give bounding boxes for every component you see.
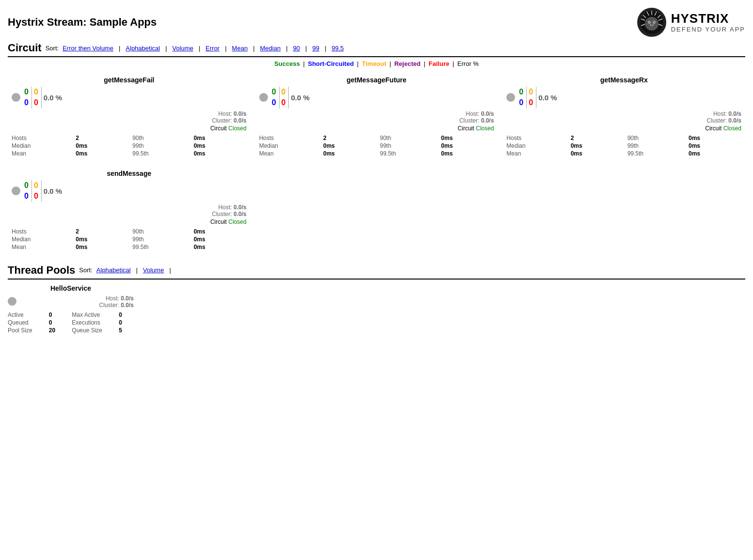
thread-pools-section-header: Thread Pools Sort: Alphabetical | Volume… bbox=[8, 264, 745, 280]
circuit-green-1: 0 bbox=[272, 87, 276, 97]
circuit-percent-0: 0.0 % bbox=[44, 93, 62, 102]
circuit-hosts-count-3: 2 bbox=[76, 228, 128, 235]
circuit-indicator-0 bbox=[12, 93, 20, 102]
circuit-name-2: getMessageRx bbox=[506, 76, 741, 84]
circuit-card-1: getMessageFuture 0 0 0 0 0.0 % Host: 0.0… bbox=[255, 72, 498, 161]
circuit-stats-2: 0 0 0 0 0.0 % bbox=[506, 87, 741, 109]
circuit-numbers-1: 0 0 0 0 0.0 % bbox=[272, 87, 310, 109]
circuit-red-1: 0 bbox=[282, 97, 286, 108]
sort-mean[interactable]: Mean bbox=[232, 45, 248, 52]
legend-success: Success bbox=[274, 60, 300, 67]
tp-max-active-0: 0 bbox=[119, 311, 134, 318]
tp-sort-volume[interactable]: Volume bbox=[143, 266, 164, 274]
circuit-red-3: 0 bbox=[34, 191, 38, 202]
circuits-row-1: getMessageFail 0 0 0 0 0.0 % Host: 0.0/s… bbox=[8, 72, 745, 161]
thread-pool-indicator-0 bbox=[8, 297, 16, 306]
circuit-card-3: sendMessage 0 0 0 0 0.0 % Host: 0.0/s Cl… bbox=[8, 166, 251, 254]
circuit-status-0: Closed bbox=[228, 125, 246, 132]
circuit-red-2: 0 bbox=[529, 97, 533, 108]
circuit-name-3: sendMessage bbox=[12, 170, 247, 177]
sort-error-volume[interactable]: Error then Volume bbox=[63, 45, 113, 52]
circuit-card-2: getMessageRx 0 0 0 0 0.0 % Host: 0.0/s C… bbox=[502, 72, 745, 161]
legend-row: Success | Short-Circuited | Timeout | Re… bbox=[8, 60, 745, 67]
circuit-p99-3: 0ms bbox=[194, 236, 247, 243]
circuit-blue-2: 0 bbox=[519, 97, 523, 108]
circuit-bottom-metrics-1: Hosts 2 90th 0ms Median 0ms 99th 0ms Mea… bbox=[259, 135, 494, 157]
circuit-median-0: 0ms bbox=[76, 142, 128, 149]
circuit-median-1: 0ms bbox=[323, 142, 376, 149]
logo-text-area: HYSTRIX Defend Your App bbox=[671, 12, 745, 33]
tp-queue-size-0: 5 bbox=[119, 327, 134, 334]
tp-executions-0: 0 bbox=[119, 319, 134, 326]
circuit-blue-0: 0 bbox=[24, 97, 29, 108]
circuit-p995-3: 0ms bbox=[194, 244, 247, 250]
legend-timeout: Timeout bbox=[362, 60, 386, 67]
tp-pool-size-0: 20 bbox=[49, 327, 67, 334]
tp-host-0: 0.0/s bbox=[121, 295, 134, 302]
circuit-indicator-3 bbox=[12, 187, 20, 195]
circuit-green-0: 0 bbox=[24, 87, 29, 97]
circuit-title: Circuit bbox=[8, 42, 42, 54]
sort-995[interactable]: 99.5 bbox=[331, 45, 344, 52]
circuit-numbers-2: 0 0 0 0 0.0 % bbox=[519, 87, 557, 109]
tp-cluster-0: 0.0/s bbox=[121, 302, 134, 309]
circuit-mean-3: 0ms bbox=[76, 244, 128, 250]
circuit-mean-0: 0ms bbox=[76, 150, 128, 157]
circuit-stats-0: 0 0 0 0 0.0 % bbox=[12, 87, 247, 109]
circuit-percent-3: 0.0 % bbox=[44, 187, 62, 195]
circuit-p99-2: 0ms bbox=[689, 142, 741, 149]
circuit-blue-3: 0 bbox=[24, 191, 29, 202]
sort-99[interactable]: 99 bbox=[312, 45, 319, 52]
sort-alphabetical[interactable]: Alphabetical bbox=[126, 45, 160, 52]
circuit-cluster-3: 0.0/s bbox=[234, 211, 247, 218]
svg-point-14 bbox=[654, 22, 655, 23]
thread-pool-card-0: HelloService Host: 0.0/s Cluster: 0.0/s … bbox=[8, 284, 134, 334]
svg-point-13 bbox=[649, 22, 650, 23]
circuit-p995-0: 0ms bbox=[194, 150, 247, 157]
circuit-hosts-count-2: 2 bbox=[571, 135, 624, 141]
sort-error[interactable]: Error bbox=[205, 45, 220, 52]
circuit-bottom-metrics-2: Hosts 2 90th 0ms Median 0ms 99th 0ms Mea… bbox=[506, 135, 741, 157]
sort-volume[interactable]: Volume bbox=[173, 45, 193, 52]
circuit-indicator-1 bbox=[259, 93, 268, 102]
legend-error-pct: Error % bbox=[457, 60, 479, 67]
legend-rejected: Rejected bbox=[394, 60, 421, 67]
circuit-cluster-0: 0.0/s bbox=[234, 117, 247, 124]
circuit-orange-1: 0 bbox=[282, 87, 286, 97]
circuit-section-header: Circuit Sort: Error then Volume | Alphab… bbox=[8, 42, 745, 57]
tp-metrics-0: Active 0 Max Active 0 Queued 0 Execution… bbox=[8, 311, 134, 334]
empty-cell-2 bbox=[502, 166, 745, 254]
circuit-cluster-2: 0.0/s bbox=[728, 117, 741, 124]
circuit-hosts-count-1: 2 bbox=[323, 135, 376, 141]
circuit-green-3: 0 bbox=[24, 180, 29, 191]
tp-queued-0: 0 bbox=[49, 319, 67, 326]
circuit-host-0: 0.0/s bbox=[234, 110, 247, 117]
circuit-p995-1: 0ms bbox=[441, 150, 494, 157]
logo-title: HYSTRIX bbox=[671, 12, 745, 26]
circuit-p90-1: 0ms bbox=[441, 135, 494, 141]
circuit-cluster-1: 0.0/s bbox=[481, 117, 494, 124]
logo-subtitle: Defend Your App bbox=[671, 26, 745, 33]
circuit-host-2: 0.0/s bbox=[728, 110, 741, 117]
tp-active-0: 0 bbox=[49, 311, 67, 318]
thread-pool-name-0: HelloService bbox=[8, 284, 134, 292]
sort-median[interactable]: Median bbox=[260, 45, 281, 52]
circuit-blue-1: 0 bbox=[272, 97, 276, 108]
sort-label: Sort: bbox=[46, 45, 59, 52]
logo-area: HYSTRIX Defend Your App bbox=[637, 8, 745, 37]
sort-90[interactable]: 90 bbox=[293, 45, 300, 52]
circuit-median-2: 0ms bbox=[571, 142, 624, 149]
circuit-status-3: Closed bbox=[228, 218, 246, 225]
circuit-host-3: 0.0/s bbox=[234, 204, 247, 211]
circuit-stats-1: 0 0 0 0 0.0 % bbox=[259, 87, 494, 109]
page-title: Hystrix Stream: Sample Apps bbox=[8, 16, 157, 29]
hystrix-logo-icon bbox=[637, 8, 666, 37]
svg-point-16 bbox=[651, 24, 652, 25]
circuit-percent-2: 0.0 % bbox=[538, 93, 557, 102]
circuit-bottom-metrics-3: Hosts 2 90th 0ms Median 0ms 99th 0ms Mea… bbox=[12, 228, 247, 250]
legend-failure: Failure bbox=[429, 60, 450, 67]
circuit-median-3: 0ms bbox=[76, 236, 128, 243]
circuit-card-0: getMessageFail 0 0 0 0 0.0 % Host: 0.0/s… bbox=[8, 72, 251, 161]
circuit-orange-0: 0 bbox=[34, 87, 38, 97]
tp-sort-alphabetical[interactable]: Alphabetical bbox=[96, 266, 131, 274]
